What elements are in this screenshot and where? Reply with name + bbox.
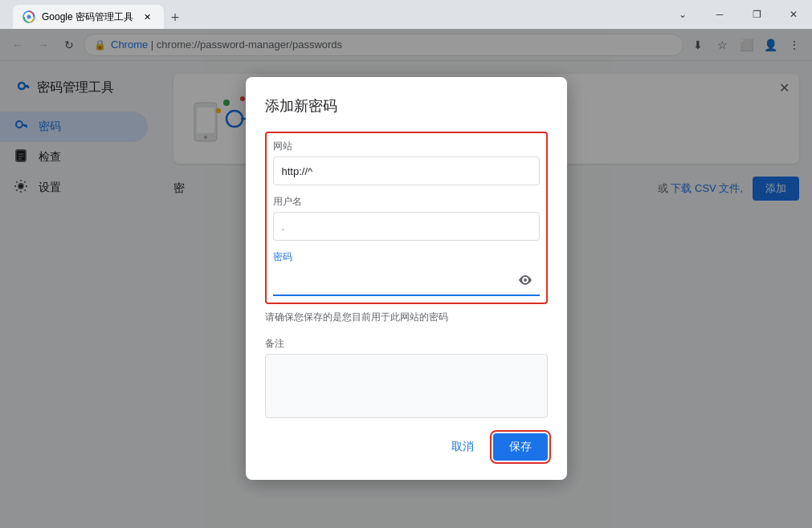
- svg-point-1: [27, 15, 31, 19]
- tab-favicon: [22, 10, 35, 23]
- password-hint: 请确保您保存的是您目前用于此网站的密码: [265, 311, 548, 324]
- active-tab[interactable]: Google 密码管理工具 ✕: [13, 5, 164, 29]
- password-form-group: 密码: [273, 250, 540, 296]
- new-tab-btn[interactable]: +: [164, 6, 186, 29]
- titlebar: Google 密码管理工具 ✕ + ⌄ ─ ❐ ✕: [0, 0, 812, 29]
- url-input[interactable]: [273, 156, 540, 185]
- username-form-group: 用户名: [273, 195, 540, 241]
- tab-bar: Google 密码管理工具 ✕ +: [6, 0, 186, 29]
- overlay: 添加新密码 网站 用户名 密码: [0, 29, 812, 528]
- notes-input[interactable]: [265, 354, 548, 418]
- tab-title: Google 密码管理工具: [42, 10, 133, 24]
- notes-form-group: 备注: [265, 337, 548, 420]
- highlighted-fields-section: 网站 用户名 密码: [265, 132, 548, 304]
- add-password-dialog: 添加新密码 网站 用户名 密码: [246, 77, 567, 480]
- chevron-btn[interactable]: ⌄: [664, 0, 701, 29]
- password-input[interactable]: [273, 267, 540, 296]
- dialog-actions: 取消 保存: [265, 433, 548, 461]
- username-label: 用户名: [273, 195, 540, 209]
- url-label: 网站: [273, 140, 540, 153]
- minimize-btn[interactable]: ─: [701, 0, 738, 29]
- titlebar-controls: ⌄ ─ ❐ ✕: [664, 0, 812, 29]
- password-label: 密码: [273, 250, 540, 264]
- password-group: [273, 267, 540, 296]
- tab-close-btn[interactable]: ✕: [140, 10, 154, 24]
- restore-btn[interactable]: ❐: [738, 0, 775, 29]
- password-toggle-btn[interactable]: [517, 272, 533, 291]
- save-button[interactable]: 保存: [493, 433, 548, 461]
- dialog-title: 添加新密码: [265, 96, 548, 116]
- url-form-group: 网站: [273, 140, 540, 185]
- username-input[interactable]: [273, 212, 540, 241]
- cancel-button[interactable]: 取消: [439, 433, 487, 461]
- close-btn[interactable]: ✕: [775, 0, 812, 29]
- notes-label: 备注: [265, 337, 548, 351]
